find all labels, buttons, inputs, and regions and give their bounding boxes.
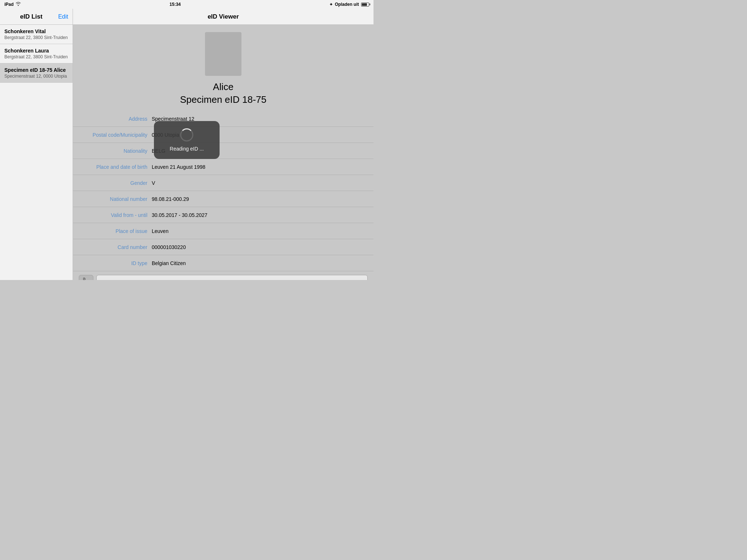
- detail-row-place-of-issue: Place of issue Leuven: [73, 223, 374, 239]
- id-photo: [205, 32, 241, 76]
- status-right: ✦ Opladen uit: [329, 2, 369, 7]
- right-panel-title: eID Viewer: [208, 13, 239, 20]
- detail-label: National number: [79, 196, 152, 202]
- list-item-name: Schonkeren Laura: [4, 48, 68, 54]
- detail-label: Gender: [79, 180, 152, 186]
- right-panel-header: eID Viewer: [73, 9, 374, 25]
- detail-row-gender: Gender V: [73, 175, 374, 191]
- detail-label: Place of issue: [79, 228, 152, 234]
- detail-value: 000001030220: [152, 244, 368, 250]
- wifi-icon: [16, 2, 21, 7]
- device-label: iPad: [4, 2, 13, 7]
- detail-row-id-type: ID type Belgian Citizen: [73, 255, 374, 271]
- list-item-address: Bergstraat 22, 3800 Sint-Truiden: [4, 54, 68, 59]
- left-panel-title: eID List: [4, 13, 58, 20]
- detail-row-national-number: National number 98.08.21-000.29: [73, 191, 374, 207]
- detail-value: Belgian Citizen: [152, 260, 368, 266]
- bluetooth-icon: ✦: [329, 2, 333, 7]
- detail-row-card-number: Card number 000001030220: [73, 239, 374, 255]
- detail-label: ID type: [79, 260, 152, 266]
- bottom-actions: [73, 271, 374, 280]
- status-bar: iPad 15:34 ✦ Opladen uit: [0, 0, 374, 9]
- detail-section: Address Specimenstraat 12 Postal code/Mu…: [73, 111, 374, 271]
- phone-action-row: [79, 275, 368, 280]
- list-item-address: Bergstraat 22, 3800 Sint-Truiden: [4, 35, 68, 40]
- status-left: iPad: [4, 2, 21, 7]
- right-content: Alice Specimen eID 18-75 Address Specime…: [73, 25, 374, 280]
- detail-row-address: Address Specimenstraat 12: [73, 111, 374, 127]
- detail-row-birth: Place and date of birth Leuven 21 August…: [73, 159, 374, 175]
- person-last-name: Specimen eID 18-75: [73, 94, 374, 105]
- detail-value: V: [152, 180, 368, 186]
- detail-value: 98.08.21-000.29: [152, 196, 368, 202]
- charging-label: Opladen uit: [335, 2, 359, 7]
- detail-label: Nationality: [79, 148, 152, 154]
- detail-value: 30.05.2017 - 30.05.2027: [152, 212, 368, 218]
- edit-button[interactable]: Edit: [58, 13, 68, 20]
- detail-row-nationality: Nationality BELG: [73, 143, 374, 159]
- list-item[interactable]: Schonkeren Vital Bergstraat 22, 3800 Sin…: [0, 25, 73, 44]
- detail-label: Address: [79, 116, 152, 122]
- phone-icon[interactable]: [79, 275, 93, 280]
- loading-overlay: Reading eID ...: [154, 121, 220, 159]
- list-item-name: Specimen eID 18-75 Alice: [4, 67, 68, 73]
- detail-row-valid: Valid from - until 30.05.2017 - 30.05.20…: [73, 207, 374, 223]
- detail-label: Postal code/Municipality: [79, 132, 152, 138]
- battery-icon: [361, 3, 369, 7]
- person-first-name: Alice: [73, 81, 374, 93]
- detail-value: Leuven: [152, 228, 368, 234]
- loading-spinner: [180, 128, 193, 141]
- list-item-selected[interactable]: Specimen eID 18-75 Alice Specimenstraat …: [0, 63, 73, 83]
- left-panel-header: eID List Edit: [0, 9, 73, 25]
- person-name-area: Alice Specimen eID 18-75: [73, 81, 374, 111]
- detail-label: Valid from - until: [79, 212, 152, 218]
- list-item-address: Specimenstraat 12, 0000 Utopia: [4, 74, 68, 79]
- detail-value: Leuven 21 August 1998: [152, 164, 368, 170]
- list-item[interactable]: Schonkeren Laura Bergstraat 22, 3800 Sin…: [0, 44, 73, 63]
- time-display: 15:34: [170, 2, 181, 7]
- loading-text: Reading eID ...: [170, 146, 204, 152]
- list-item-name: Schonkeren Vital: [4, 28, 68, 34]
- detail-label: Place and date of birth: [79, 164, 152, 170]
- detail-label: Card number: [79, 244, 152, 250]
- photo-area: [73, 25, 374, 81]
- left-panel: eID List Edit Schonkeren Vital Bergstraa…: [0, 9, 73, 280]
- phone-input[interactable]: [96, 275, 368, 280]
- detail-row-postal: Postal code/Municipality 0000 Utopia: [73, 127, 374, 143]
- right-panel: eID Viewer Alice Specimen eID 18-75 Addr…: [73, 9, 374, 280]
- eid-list: Schonkeren Vital Bergstraat 22, 3800 Sin…: [0, 25, 73, 280]
